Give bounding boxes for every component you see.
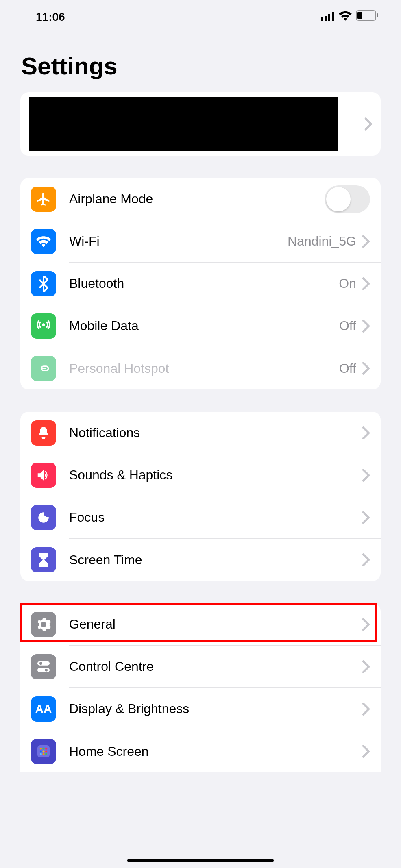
row-airplane-mode[interactable]: Airplane Mode [20,178,381,220]
moon-icon [31,505,56,530]
chevron-right-icon [362,744,370,758]
svg-rect-9 [37,668,50,672]
svg-rect-5 [357,12,362,19]
row-personal-hotspot[interactable]: Personal Hotspot Off [20,347,381,389]
svg-rect-2 [328,14,330,21]
switches-icon [31,654,56,679]
svg-rect-6 [377,13,378,17]
profile-redacted [29,97,338,151]
settings-group-system: General Control Centre AA Display & Brig… [20,603,381,772]
row-sounds-haptics[interactable]: Sounds & Haptics [20,454,381,496]
profile-row[interactable] [20,92,381,156]
settings-group-connectivity: Airplane Mode Wi-Fi Nandini_5G Bluetooth… [20,178,381,389]
svg-point-18 [40,753,42,755]
row-label: Home Screen [69,744,362,759]
chevron-right-icon [362,702,370,716]
status-right [321,10,379,24]
grid-icon [31,739,56,764]
airplane-icon [31,187,56,212]
chevron-right-icon [362,511,370,524]
gear-icon [31,612,56,637]
svg-rect-7 [37,661,50,666]
row-label: Notifications [69,425,362,440]
chevron-right-icon [362,618,370,631]
bluetooth-icon [31,271,56,296]
row-mobile-data[interactable]: Mobile Data Off [20,305,381,347]
airplane-toggle[interactable] [325,185,370,213]
svg-point-15 [40,751,42,753]
chevron-right-icon [362,277,370,291]
antenna-icon [31,313,56,339]
svg-point-12 [40,748,42,750]
svg-point-17 [45,751,47,753]
hourglass-icon [31,547,56,572]
wifi-status-icon [339,11,352,24]
row-value: Off [339,318,356,333]
battery-icon [356,10,379,24]
row-value: Off [339,361,356,376]
chevron-right-icon [362,235,370,248]
home-indicator[interactable] [127,859,274,862]
row-screen-time[interactable]: Screen Time [20,539,381,581]
svg-point-16 [43,751,45,753]
speaker-icon [31,463,56,488]
row-wifi[interactable]: Wi-Fi Nandini_5G [20,220,381,263]
chevron-right-icon [362,319,370,333]
row-label: Sounds & Haptics [69,468,362,483]
svg-rect-3 [332,12,334,21]
row-label: Wi-Fi [69,234,288,249]
svg-rect-1 [325,16,327,21]
chevron-right-icon [362,660,370,674]
row-label: Airplane Mode [69,191,325,207]
svg-rect-0 [321,17,323,21]
row-value: On [339,276,356,291]
svg-point-10 [45,669,48,672]
status-time: 11:06 [36,11,65,24]
row-label: Control Centre [69,659,362,674]
svg-point-19 [43,753,45,755]
row-display-brightness[interactable]: AA Display & Brightness [20,688,381,730]
wifi-icon [31,229,56,254]
row-home-screen[interactable]: Home Screen [20,730,381,772]
row-label: Mobile Data [69,318,339,333]
svg-point-13 [43,748,45,750]
chevron-right-icon [362,361,370,375]
row-label: General [69,617,362,632]
row-notifications[interactable]: Notifications [20,412,381,454]
settings-group-attention: Notifications Sounds & Haptics Focus Scr… [20,412,381,581]
row-label: Display & Brightness [69,701,362,716]
row-bluetooth[interactable]: Bluetooth On [20,263,381,305]
page-title: Settings [21,52,401,80]
bell-icon [31,420,56,446]
chevron-right-icon [362,468,370,482]
svg-point-14 [45,748,47,750]
row-focus[interactable]: Focus [20,496,381,539]
row-label: Focus [69,510,362,525]
signal-icon [321,11,335,24]
aa-icon: AA [31,696,56,722]
chevron-right-icon [362,553,370,567]
row-label: Screen Time [69,553,362,568]
chevron-right-icon [362,426,370,440]
svg-point-20 [45,753,47,755]
row-value: Nandini_5G [288,234,356,249]
status-bar: 11:06 [0,0,401,28]
row-label: Bluetooth [69,276,339,291]
row-general[interactable]: General [20,603,381,646]
row-label: Personal Hotspot [69,361,339,376]
chevron-right-icon [364,117,373,131]
link-icon [31,356,56,381]
row-control-centre[interactable]: Control Centre [20,646,381,688]
svg-point-8 [39,662,42,665]
